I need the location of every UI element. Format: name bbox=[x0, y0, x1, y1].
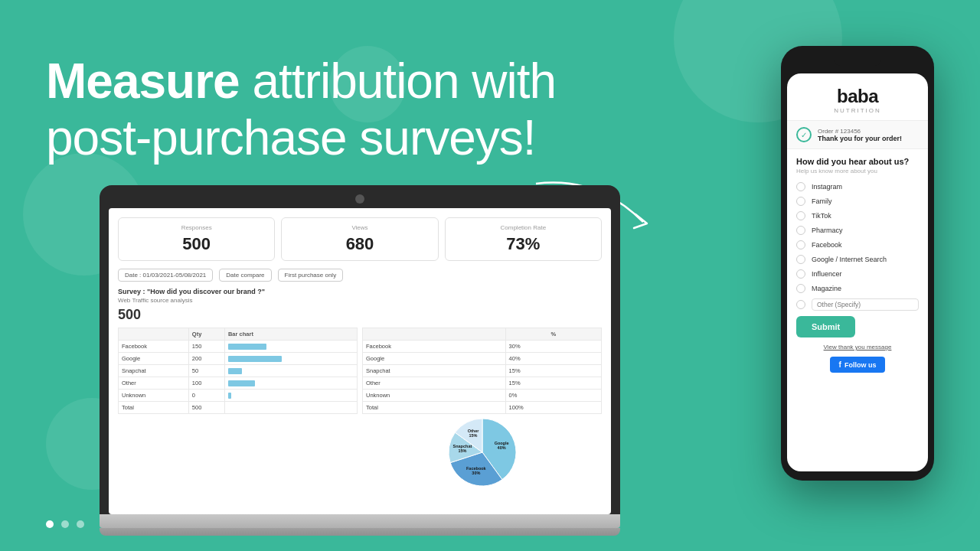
phone-mockup: baba nutrition ✓ Order # 123456 Thank yo… bbox=[781, 46, 934, 481]
compare-filter[interactable]: Date compare bbox=[219, 269, 271, 282]
laptop-mockup: Responses 500 Views 680 Completion Rate … bbox=[100, 185, 620, 536]
dot-1[interactable] bbox=[46, 520, 54, 528]
list-item: Instagram bbox=[796, 182, 919, 191]
pagination-dots bbox=[46, 520, 84, 528]
table-row: Snapchat 15% bbox=[363, 365, 602, 377]
percent-table: % Facebook 30% Google 40% Snapchat 15% O… bbox=[362, 328, 602, 491]
col-bar: Bar chart bbox=[224, 328, 357, 341]
col-source-2 bbox=[363, 328, 506, 341]
list-item: Google / Internet Search bbox=[796, 255, 919, 264]
col-source bbox=[119, 328, 189, 341]
responses-stat: Responses 500 bbox=[118, 217, 275, 261]
views-value: 680 bbox=[288, 234, 431, 254]
responses-value: 500 bbox=[125, 234, 268, 254]
brand-sub: nutrition bbox=[793, 107, 922, 114]
laptop-camera bbox=[355, 194, 364, 204]
dot-3[interactable] bbox=[77, 520, 84, 528]
completion-value: 73% bbox=[452, 234, 595, 254]
dot-2[interactable] bbox=[61, 520, 69, 528]
dashboard: Responses 500 Views 680 Completion Rate … bbox=[118, 217, 602, 491]
radio-button[interactable] bbox=[796, 240, 805, 249]
submit-button[interactable]: Submit bbox=[796, 316, 855, 337]
order-thanks: Thank you for your order! bbox=[818, 135, 902, 142]
table-row: Google 40% bbox=[363, 353, 602, 365]
phone-notch-area bbox=[787, 55, 928, 69]
list-item: Facebook bbox=[796, 240, 919, 249]
completion-label: Completion Rate bbox=[452, 224, 595, 231]
follow-label: Follow us bbox=[844, 361, 877, 369]
phone-brand: baba nutrition bbox=[787, 73, 928, 121]
laptop-screen-outer: Responses 500 Views 680 Completion Rate … bbox=[100, 185, 620, 514]
table-container: Qty Bar chart Facebook 150 Google 200 Sn… bbox=[118, 328, 602, 491]
radio-button[interactable] bbox=[796, 211, 805, 220]
responses-label: Responses bbox=[125, 224, 268, 231]
survey-title: Survey : "How did you discover our brand… bbox=[118, 288, 602, 295]
other-radio[interactable] bbox=[796, 300, 805, 309]
list-item: Magazine bbox=[796, 284, 919, 293]
list-item: Family bbox=[796, 197, 919, 206]
table-row: Unknown 0 bbox=[119, 390, 358, 402]
options-container: Instagram Family TikTok Pharmacy Faceboo… bbox=[796, 182, 919, 293]
purchase-filter[interactable]: First purchase only bbox=[278, 269, 344, 282]
list-item: Influencer bbox=[796, 269, 919, 279]
radio-button[interactable] bbox=[796, 226, 805, 235]
table-row: Total 100% bbox=[363, 402, 602, 414]
col-percent: % bbox=[505, 328, 601, 341]
brand-name: baba bbox=[793, 86, 922, 107]
table-row: Google 200 bbox=[119, 353, 358, 365]
table-row: Total 500 bbox=[119, 402, 358, 414]
other-option bbox=[796, 298, 919, 311]
section-label: Web Traffic source analysis bbox=[118, 297, 602, 304]
follow-button[interactable]: f Follow us bbox=[830, 357, 886, 373]
survey-total: 500 bbox=[118, 307, 602, 323]
phone-notch bbox=[835, 58, 880, 66]
radio-button[interactable] bbox=[796, 182, 805, 191]
radio-button[interactable] bbox=[796, 255, 805, 264]
phone-outer: baba nutrition ✓ Order # 123456 Thank yo… bbox=[781, 46, 934, 481]
order-number: Order # 123456 bbox=[818, 128, 902, 135]
laptop-foot bbox=[100, 528, 620, 536]
view-link[interactable]: View thank you message bbox=[796, 344, 919, 350]
survey-subtitle: Help us know more about you bbox=[796, 168, 919, 174]
stats-row: Responses 500 Views 680 Completion Rate … bbox=[118, 217, 602, 261]
other-input[interactable] bbox=[812, 298, 919, 311]
phone-screen: baba nutrition ✓ Order # 123456 Thank yo… bbox=[787, 73, 928, 471]
phone-order: ✓ Order # 123456 Thank you for your orde… bbox=[787, 121, 928, 149]
radio-button[interactable] bbox=[796, 284, 805, 293]
table-row: Other 100 bbox=[119, 377, 358, 390]
col-qty: Qty bbox=[188, 328, 224, 341]
table-row: Other 15% bbox=[363, 377, 602, 390]
laptop-base bbox=[100, 514, 620, 528]
pie-chart: Google40%Facebook30%Snapchat15%Other15% bbox=[444, 414, 521, 491]
headline-bold: Measure bbox=[46, 54, 240, 109]
radio-button[interactable] bbox=[796, 197, 805, 206]
views-label: Views bbox=[288, 224, 431, 231]
radio-button[interactable] bbox=[796, 269, 805, 279]
filters-row: Date : 01/03/2021-05/08/2021 Date compar… bbox=[118, 269, 602, 282]
order-check-icon: ✓ bbox=[796, 127, 812, 142]
completion-stat: Completion Rate 73% bbox=[445, 217, 602, 261]
table-row: Snapchat 50 bbox=[119, 365, 358, 377]
pie-chart-container: Google40%Facebook30%Snapchat15%Other15% bbox=[362, 414, 602, 491]
date-filter[interactable]: Date : 01/03/2021-05/08/2021 bbox=[118, 269, 213, 282]
table-row: Unknown 0% bbox=[363, 390, 602, 402]
phone-survey: How did you hear about us? Help us know … bbox=[787, 149, 928, 380]
headline: Measure attribution with post-purchase s… bbox=[46, 54, 567, 166]
list-item: TikTok bbox=[796, 211, 919, 220]
table-row: Facebook 30% bbox=[363, 341, 602, 353]
table-row: Facebook 150 bbox=[119, 341, 358, 353]
list-item: Pharmacy bbox=[796, 226, 919, 235]
survey-question: How did you hear about us? bbox=[796, 157, 919, 166]
bar-chart-table: Qty Bar chart Facebook 150 Google 200 Sn… bbox=[118, 328, 358, 491]
views-stat: Views 680 bbox=[281, 217, 438, 261]
facebook-icon: f bbox=[839, 360, 841, 369]
laptop-screen: Responses 500 Views 680 Completion Rate … bbox=[109, 208, 611, 514]
